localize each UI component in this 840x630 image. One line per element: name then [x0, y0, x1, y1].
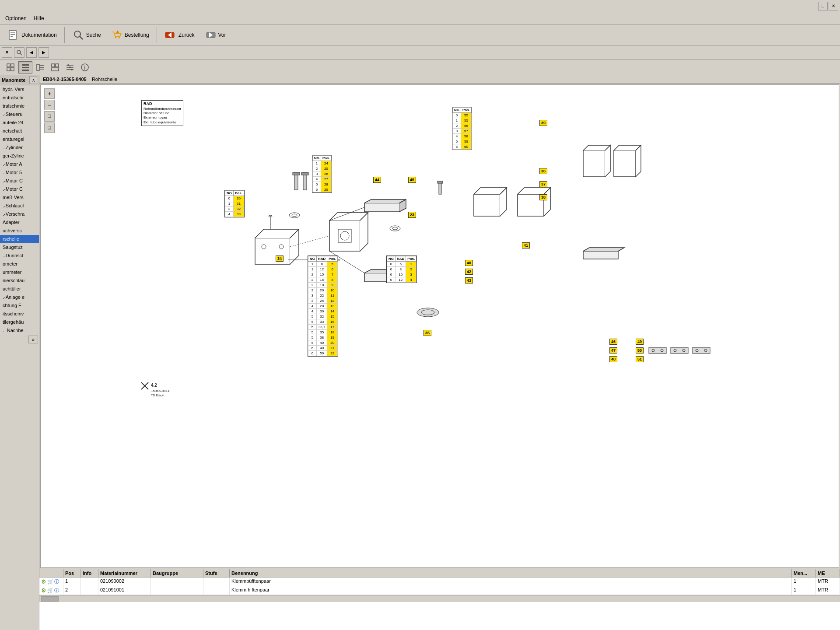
table-row: ⚙ 🛒 ⓘ 1 021090002 Klemmbüfftenpaar 1 MTR — [39, 578, 840, 586]
sidebar-item-7[interactable]: .-Zylinder — [0, 144, 39, 152]
sidebar-item-29[interactable]: .- Nachbe — [0, 326, 39, 335]
row1-gear-icon[interactable]: ⚙ — [41, 578, 46, 585]
sidebar-item-0[interactable]: hydr.-Vers — [0, 85, 39, 94]
rad-label-line4: Ext. tubo equivalente — [144, 120, 181, 125]
back-addr-btn[interactable]: ◀ — [26, 47, 37, 58]
zuruck-button[interactable]: Zurück — [161, 27, 199, 43]
view-btn-5[interactable] — [63, 61, 77, 74]
sidebar-item-25[interactable]: .-Anlage e — [0, 293, 39, 301]
sidebar-item-24[interactable]: uchtüller — [0, 285, 39, 293]
sidebar-item-1[interactable]: entralschr — [0, 94, 39, 102]
sidebar-item-11[interactable]: .-Motor C — [0, 177, 39, 185]
badge-34: 34 — [276, 256, 284, 262]
search-addr-btn[interactable] — [14, 47, 24, 58]
diagram-svg: RAD 4.2 15365-9811 TD Braun — [58, 85, 839, 426]
sidebar-item-23[interactable]: nierschläu — [0, 276, 39, 285]
bestellung-button[interactable]: Bestellung — [107, 27, 153, 43]
sidebar-item-6[interactable]: eraturegel — [0, 135, 39, 144]
sidebar-item-9[interactable]: .-Motor A — [0, 160, 39, 168]
view-btn-info[interactable]: i — [78, 61, 92, 74]
row2-cart-icon[interactable]: 🛒 — [47, 588, 53, 593]
svg-text:i: i — [84, 65, 85, 71]
sidebar-item-5[interactable]: netschalt — [0, 127, 39, 135]
suche-button[interactable]: Suche — [68, 27, 105, 43]
toolbar: Dokumentation Suche Bestellung — [0, 24, 840, 46]
svg-point-6 — [115, 37, 116, 38]
view-btn-4[interactable] — [48, 61, 62, 74]
scrollbar-thumb[interactable] — [41, 596, 59, 602]
row1-info-icon[interactable]: ⓘ — [54, 578, 59, 585]
badge-44: 44 — [373, 177, 381, 183]
svg-point-73 — [392, 227, 398, 230]
toolbar-sep-2 — [157, 27, 157, 43]
svg-rect-22 — [37, 64, 39, 70]
svg-rect-48 — [438, 181, 443, 183]
menu-hilfe[interactable]: Hilfe — [30, 14, 48, 22]
vor-button[interactable]: Vor — [200, 27, 230, 43]
sidebar-item-20[interactable]: .-Dünnscl — [0, 252, 39, 260]
sidebar-item-27[interactable]: itsscheinv — [0, 310, 39, 318]
col-header-material: Materialnummer — [98, 569, 151, 577]
svg-rect-15 — [7, 64, 10, 67]
svg-text:4.2: 4.2 — [151, 383, 157, 388]
row1-benennung: Klemmbüfftenpaar — [230, 578, 792, 586]
sidebar-item-16[interactable]: Adapter — [0, 218, 39, 227]
forward-addr-btn[interactable]: ▶ — [38, 47, 49, 58]
zoom-minus[interactable]: − — [44, 100, 55, 110]
zuruck-label: Zurück — [178, 32, 195, 38]
view-btn-3[interactable] — [33, 61, 47, 74]
dropdown-btn[interactable]: ▼ — [2, 47, 12, 58]
bestellung-icon — [111, 29, 123, 41]
sidebar-item-15[interactable]: .-Verschra — [0, 210, 39, 218]
sidebar-item-14[interactable]: .-Schläucl — [0, 202, 39, 210]
sidebar-item-22[interactable]: ummeter — [0, 268, 39, 276]
row2-me: MTR — [816, 586, 840, 595]
row2-gear-icon[interactable]: ⚙ — [41, 587, 46, 594]
title-bar: □ ✕ — [0, 0, 840, 12]
zoom-fit[interactable]: ❐ — [44, 111, 55, 122]
svg-rect-27 — [56, 64, 59, 67]
zoom-plus[interactable]: + — [44, 88, 55, 99]
row2-info-icon[interactable]: ⓘ — [54, 587, 59, 594]
zoom-expand[interactable]: ❏ — [44, 122, 55, 133]
restore-btn[interactable]: □ — [818, 2, 828, 10]
svg-line-5 — [80, 36, 83, 39]
svg-rect-19 — [22, 64, 29, 66]
sidebar-item-10[interactable]: .-Motor 5 — [0, 168, 39, 177]
suche-label: Suche — [86, 32, 101, 38]
row2-info — [81, 586, 98, 595]
row1-cart-icon[interactable]: 🛒 — [47, 579, 53, 584]
menu-optionen[interactable]: Optionen — [2, 14, 30, 22]
svg-rect-44 — [293, 172, 300, 175]
badge-43: 43 — [465, 277, 473, 284]
sidebar-expand-btn[interactable]: ∧ — [29, 76, 37, 84]
view-btn-2[interactable] — [18, 61, 32, 74]
sidebar-header: Manomete ∧ — [0, 75, 39, 85]
svg-rect-16 — [11, 64, 14, 67]
sidebar-item-26[interactable]: chtung F — [0, 301, 39, 310]
sidebar-item-19[interactable]: Saugstuz — [0, 243, 39, 252]
sidebar-item-3[interactable]: .-Steueru — [0, 110, 39, 119]
svg-point-32 — [67, 64, 69, 66]
sidebar-item-28[interactable]: tilergehäu — [0, 318, 39, 326]
sidebar-more-btn[interactable]: » — [28, 336, 38, 343]
table-t4: NGRADPos. 185 1126 2157 2168 2189 32010 … — [308, 256, 338, 357]
sidebar-item-17[interactable]: uchversc — [0, 227, 39, 235]
menu-bar: Optionen Hilfe — [0, 12, 840, 24]
view-btn-1[interactable] — [4, 61, 18, 74]
badge-39: 39 — [539, 120, 547, 126]
dokumentation-button[interactable]: Dokumentation — [4, 27, 61, 43]
sidebar-item-13[interactable]: meß-Vers — [0, 193, 39, 202]
sidebar-item-8[interactable]: ger-Zylinc — [0, 152, 39, 160]
sidebar-item-21[interactable]: ometer — [0, 260, 39, 268]
horizontal-scrollbar[interactable] — [39, 595, 840, 602]
toolbar-sep-1 — [64, 27, 65, 43]
vor-label: Vor — [218, 32, 226, 38]
sidebar-item-12[interactable]: .-Motor C — [0, 185, 39, 193]
sidebar-item-18[interactable]: rschelle — [0, 235, 39, 243]
sidebar-item-4[interactable]: auteile 24 — [0, 119, 39, 127]
dokumentation-icon — [7, 29, 20, 41]
sidebar-item-2[interactable]: tralschmie — [0, 102, 39, 110]
badge-23: 23 — [408, 212, 416, 218]
maximize-btn[interactable]: ✕ — [829, 2, 838, 10]
